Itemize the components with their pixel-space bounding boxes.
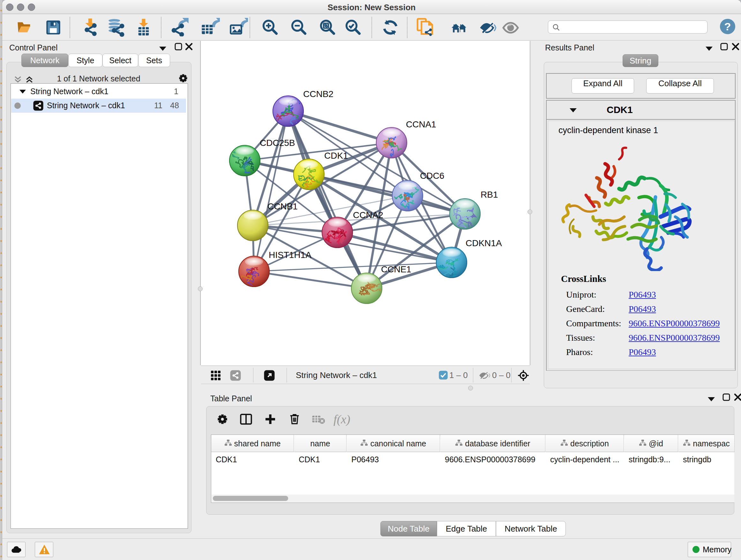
svg-text:CDKN1A: CDKN1A: [466, 238, 502, 248]
svg-text:CCNA1: CCNA1: [406, 119, 436, 129]
svg-text:CCNB2: CCNB2: [303, 89, 333, 99]
svg-text:CCNA2: CCNA2: [353, 210, 383, 220]
svg-text:CDC6: CDC6: [420, 171, 444, 181]
svg-text:CDK1: CDK1: [324, 151, 348, 161]
svg-text:HIST1H1A: HIST1H1A: [269, 250, 312, 260]
svg-text:CCNB1: CCNB1: [267, 201, 298, 211]
svg-text:CDC25B: CDC25B: [260, 138, 295, 148]
svg-text:CCNE1: CCNE1: [381, 264, 411, 274]
svg-text:RB1: RB1: [481, 190, 498, 199]
